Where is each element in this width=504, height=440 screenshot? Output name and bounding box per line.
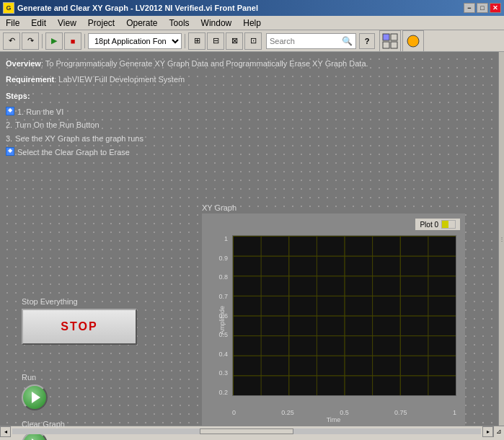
overview-text: : To Programmatically Generate XY Graph …	[41, 59, 368, 68]
clear-label: Clear Graph	[22, 420, 65, 428]
scroll-left-button[interactable]: ◂	[0, 426, 11, 437]
y-axis: 1 0.9 0.8 0.7 0.6 0.5 0.4 0.3 0.2	[203, 235, 231, 396]
x-label-05: 0.5	[340, 409, 349, 416]
xy-graph-label: XY Graph	[202, 203, 465, 212]
stop-label: Stop Everything	[22, 297, 137, 306]
steps-label: Steps:	[6, 92, 30, 100]
menu-help[interactable]: Help	[237, 16, 267, 30]
y-label-03: 0.3	[218, 369, 228, 377]
run-toolbar-button[interactable]: ▶	[45, 32, 63, 50]
plot-legend: Plot 0	[415, 218, 461, 231]
step-1-text: 1. Run the VI	[17, 106, 63, 119]
description-panel: Overview: To Programmatically Generate X…	[6, 58, 475, 159]
run-button[interactable]	[22, 384, 48, 410]
distribute-button[interactable]: ⊟	[207, 32, 224, 50]
minimize-button[interactable]: −	[464, 3, 475, 13]
resize-button[interactable]: ⊠	[226, 32, 243, 50]
window-controls: − □ ✕	[464, 3, 501, 13]
search-input[interactable]	[270, 37, 342, 45]
y-label-1: 1	[224, 235, 228, 242]
menu-operate[interactable]: Operate	[120, 16, 163, 30]
requirement-label: Requirement	[6, 75, 54, 84]
step-1: ◆ 1. Run the VI	[6, 106, 475, 119]
stop-section: Stop Everything STOP	[22, 297, 137, 345]
menu-file[interactable]: File	[0, 16, 25, 30]
step-2-num: 2.	[6, 119, 12, 132]
menu-project[interactable]: Project	[82, 16, 120, 30]
close-button[interactable]: ✕	[490, 3, 501, 13]
search-icon[interactable]: 🔍	[342, 36, 353, 46]
step-4-bullet: ◆	[6, 147, 14, 156]
palette-btn-2[interactable]	[402, 30, 424, 52]
y-label-08: 0.8	[218, 273, 228, 281]
stop-toolbar-button[interactable]: ■	[64, 32, 81, 50]
stop-button[interactable]: STOP	[22, 309, 137, 345]
x-axis: 0 0.25 0.5 0.75 1	[232, 409, 456, 416]
toolbar-separator-1	[42, 34, 43, 48]
svg-rect-1	[391, 34, 397, 40]
x-label-1: 1	[453, 409, 456, 416]
y-label-07: 0.7	[218, 293, 228, 300]
svg-rect-3	[391, 42, 397, 48]
y-label-09: 0.9	[218, 255, 228, 262]
x-label-075: 0.75	[394, 409, 407, 416]
toolbar-separator-2	[84, 34, 85, 48]
help-button[interactable]: ?	[359, 33, 375, 49]
menu-edit[interactable]: Edit	[25, 16, 52, 30]
maximize-button[interactable]: □	[477, 3, 488, 13]
scroll-track[interactable]	[12, 428, 481, 434]
corner-resize[interactable]: ⊿	[493, 426, 504, 437]
font-selector[interactable]: 18pt Application Font	[88, 33, 182, 49]
step-3-num: 3.	[6, 133, 12, 146]
step-2: 2. Turn On the Run Button	[6, 119, 475, 132]
app-icon: G	[3, 2, 14, 14]
step-3: 3. See the XY Graph as the graph runs	[6, 133, 475, 146]
plot-legend-label: Plot 0	[420, 221, 438, 229]
menu-window[interactable]: Window	[195, 16, 238, 30]
run-arrow-icon	[32, 392, 40, 403]
overview-label: Overview	[6, 59, 41, 68]
plot-line-icon	[441, 220, 456, 229]
resize-dots: ⋮	[499, 236, 504, 242]
xy-graph-container: XY Graph Plot 0 1 0.9 0.8 0.7 0.6 0.5 0.…	[202, 203, 465, 434]
menu-view[interactable]: View	[52, 16, 82, 30]
y-axis-title: Amplitude	[218, 305, 226, 334]
back-button[interactable]: ↶	[3, 32, 20, 50]
step-4-text: Select the Clear Graph to Erase	[17, 146, 130, 159]
run-label: Run	[22, 373, 48, 382]
x-axis-title: Time	[327, 416, 341, 423]
toolbar-separator-3	[185, 34, 185, 48]
x-label-0: 0	[232, 409, 236, 416]
x-label-025: 0.25	[281, 409, 294, 416]
forward-button[interactable]: ↷	[22, 32, 39, 50]
y-label-04: 0.4	[218, 351, 228, 358]
svg-point-4	[407, 35, 419, 47]
xy-graph-box[interactable]: Plot 0 1 0.9 0.8 0.7 0.6 0.5 0.4 0.3 0.2…	[202, 214, 465, 426]
step-3-text: See the XY Graph as the graph runs	[15, 133, 143, 146]
align-button[interactable]: ⊞	[188, 32, 205, 50]
scroll-right-button[interactable]: ▸	[482, 426, 493, 437]
y-label-02: 0.2	[218, 389, 228, 396]
main-panel: Overview: To Programmatically Generate X…	[0, 52, 504, 426]
step-2-text: Turn On the Run Button	[15, 119, 99, 132]
resize-handle-right[interactable]: ⋮	[498, 52, 504, 426]
step-1-bullet: ◆	[6, 107, 14, 115]
menu-tools[interactable]: Tools	[164, 16, 195, 30]
palette-btn-1[interactable]	[379, 30, 401, 52]
toolbar: ↶ ↷ ▶ ■ 18pt Application Font ⊞ ⊟ ⊠ ⊡ 🔍 …	[0, 30, 504, 52]
window-title: Generate and Clear XY Graph - LV2012 NI …	[17, 4, 258, 12]
reorder-button[interactable]: ⊡	[244, 32, 262, 50]
scroll-thumb[interactable]	[200, 428, 293, 434]
step-4: ◆ Select the Clear Graph to Erase	[6, 146, 475, 159]
svg-rect-0	[383, 34, 389, 40]
graph-grid	[233, 236, 456, 395]
search-box[interactable]: 🔍	[266, 33, 356, 49]
menu-bar: File Edit View Project Operate Tools Win…	[0, 16, 504, 30]
requirement-text: : LabVIEW Full Development System	[54, 75, 185, 84]
graph-plot-area	[232, 235, 456, 396]
title-bar: G Generate and Clear XY Graph - LV2012 N…	[0, 0, 504, 16]
run-section: Run	[22, 373, 48, 410]
svg-rect-2	[383, 42, 389, 48]
